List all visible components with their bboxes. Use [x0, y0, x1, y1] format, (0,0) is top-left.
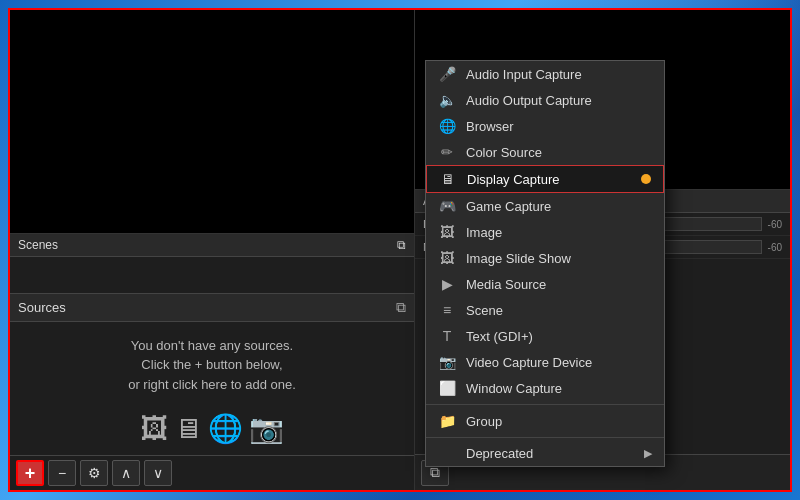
image-icon: 🖼: [140, 412, 168, 445]
web-icon: 🌐: [208, 412, 243, 445]
remove-source-button[interactable]: −: [48, 460, 76, 486]
ctx-game-capture[interactable]: 🎮 Game Capture: [426, 193, 664, 219]
window-icon: ⬜: [438, 380, 456, 396]
source-settings-button[interactable]: ⚙: [80, 460, 108, 486]
ctx-group[interactable]: 📁 Group: [426, 408, 664, 434]
display-icon: 🖥: [174, 412, 202, 445]
ctx-display-capture[interactable]: 🖥 Display Capture: [426, 165, 664, 193]
ctx-deprecated-label: Deprecated: [466, 446, 533, 461]
ctx-image[interactable]: 🖼 Image: [426, 219, 664, 245]
sources-dock-icon: ⧉: [396, 299, 406, 316]
scenes-title: Scenes: [18, 238, 58, 252]
ctx-color-source-label: Color Source: [466, 145, 542, 160]
image-icon: 🖼: [438, 224, 456, 240]
ctx-browser-label: Browser: [466, 119, 514, 134]
speaker-icon: 🔈: [438, 92, 456, 108]
context-separator-2: [426, 437, 664, 438]
browser-icon: 🌐: [438, 118, 456, 134]
ctx-game-capture-label: Game Capture: [466, 199, 551, 214]
scenes-header: Scenes ⧉: [10, 234, 414, 257]
game-icon: 🎮: [438, 198, 456, 214]
ctx-deprecated[interactable]: Deprecated ▶: [426, 441, 664, 466]
ctx-color-source[interactable]: ✏ Color Source: [426, 139, 664, 165]
mic-icon: 🎤: [438, 66, 456, 82]
scenes-panel: Scenes ⧉: [10, 233, 414, 293]
ctx-audio-output-capture[interactable]: 🔈 Audio Output Capture: [426, 87, 664, 113]
ctx-scene[interactable]: ≡ Scene: [426, 297, 664, 323]
ctx-window-capture[interactable]: ⬜ Window Capture: [426, 375, 664, 401]
ctx-media-source-label: Media Source: [466, 277, 546, 292]
camera-icon: 📷: [249, 412, 284, 445]
sources-empty-line2: Click the + button below,: [141, 357, 282, 372]
ctx-audio-input-label: Audio Input Capture: [466, 67, 582, 82]
scene-icon: ≡: [438, 302, 456, 318]
display-icon: 🖥: [439, 171, 457, 187]
sources-title: Sources: [18, 300, 66, 315]
ctx-text-gdi-label: Text (GDI+): [466, 329, 533, 344]
scenes-dock-icon: ⧉: [397, 238, 406, 252]
slideshow-icon: 🖼: [438, 250, 456, 266]
ctx-browser[interactable]: 🌐 Browser: [426, 113, 664, 139]
source-down-button[interactable]: ∨: [144, 460, 172, 486]
right-panel: Audio Mixer Desk -60 Mic/A -60 ⧉: [415, 10, 790, 490]
add-source-button[interactable]: +: [16, 460, 44, 486]
ctx-video-capture-label: Video Capture Device: [466, 355, 592, 370]
ctx-image-slide-show-label: Image Slide Show: [466, 251, 571, 266]
sources-toolbar: + − ⚙ ∧ ∨: [10, 455, 414, 490]
sources-empty-line1: You don't have any sources.: [131, 338, 293, 353]
ctx-window-capture-label: Window Capture: [466, 381, 562, 396]
obs-window: Scenes ⧉ Sources ⧉ You don't have any so…: [8, 8, 792, 492]
ctx-scene-label: Scene: [466, 303, 503, 318]
context-separator-1: [426, 404, 664, 405]
display-capture-dot: [641, 174, 651, 184]
preview-area: [10, 10, 414, 233]
ctx-group-label: Group: [466, 414, 502, 429]
ctx-audio-output-label: Audio Output Capture: [466, 93, 592, 108]
folder-icon: 📁: [438, 413, 456, 429]
channel-mic-level: -60: [768, 242, 782, 253]
ctx-image-label: Image: [466, 225, 502, 240]
text-icon: T: [438, 328, 456, 344]
videocap-icon: 📷: [438, 354, 456, 370]
left-panel: Scenes ⧉ Sources ⧉ You don't have any so…: [10, 10, 415, 490]
ctx-video-capture-device[interactable]: 📷 Video Capture Device: [426, 349, 664, 375]
color-icon: ✏: [438, 144, 456, 160]
play-icon: ▶: [438, 276, 456, 292]
sources-icons-row: 🖼 🖥 🌐 📷: [10, 404, 414, 455]
context-menu: 🎤 Audio Input Capture 🔈 Audio Output Cap…: [425, 60, 665, 467]
ctx-audio-input-capture[interactable]: 🎤 Audio Input Capture: [426, 61, 664, 87]
source-up-button[interactable]: ∧: [112, 460, 140, 486]
deprecated-arrow: ▶: [644, 447, 652, 460]
channel-desk-level: -60: [768, 219, 782, 230]
sources-panel: Sources ⧉ You don't have any sources. Cl…: [10, 293, 414, 491]
ctx-media-source[interactable]: ▶ Media Source: [426, 271, 664, 297]
ctx-display-capture-label: Display Capture: [467, 172, 560, 187]
sources-empty-line3: or right click here to add one.: [128, 377, 296, 392]
ctx-image-slide-show[interactable]: 🖼 Image Slide Show: [426, 245, 664, 271]
ctx-text-gdi[interactable]: T Text (GDI+): [426, 323, 664, 349]
sources-empty-text[interactable]: You don't have any sources. Click the + …: [10, 322, 414, 405]
sources-header: Sources ⧉: [10, 294, 414, 322]
